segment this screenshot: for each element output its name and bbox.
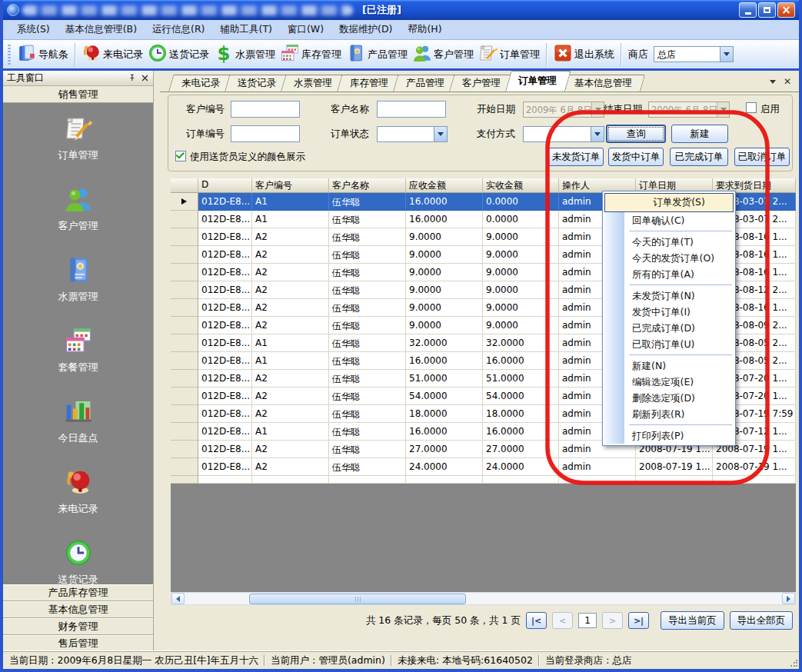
toolbar-button-customer-mgmt[interactable]: 客户管理 (410, 42, 476, 67)
toolbar-button-product-mgmt[interactable]: 产品管理 (344, 42, 410, 67)
status-filter-button-4[interactable]: 已取消订单 (734, 148, 790, 166)
sidebar-item-today-inventory[interactable]: 今日盘点 (58, 397, 98, 445)
export-current-page-button[interactable]: 导出当前页 (661, 611, 724, 630)
table-header-cell[interactable]: 客户编号 (252, 178, 329, 193)
menubar-item[interactable]: 辅助工具(T) (213, 21, 280, 38)
toolbar-button-delivery-records[interactable]: 送货记录 (145, 42, 211, 67)
tab-6[interactable]: 客户管理 (449, 75, 509, 91)
menubar-item[interactable]: 窗口(W) (280, 21, 331, 38)
table-header-cell[interactable]: D (198, 178, 252, 193)
table-header-cell[interactable]: 客户名称 (329, 178, 406, 193)
last-page-button[interactable]: >| (628, 612, 649, 629)
scrollbar-thumb[interactable] (249, 594, 466, 604)
start-date-dropdown[interactable] (591, 102, 604, 117)
context-menu-item[interactable]: 已完成订单(D) (604, 320, 734, 336)
row-selector-cell[interactable] (171, 246, 198, 264)
order-code-input[interactable] (231, 125, 300, 142)
sidebar-item-order-mgmt[interactable]: 订单管理 (58, 114, 98, 162)
table-header-cell[interactable]: 应收金额 (406, 178, 483, 193)
next-page-button[interactable]: > (602, 612, 623, 629)
status-filter-button-2[interactable]: 发货中订单 (608, 148, 664, 166)
context-menu-item[interactable]: 回单确认(C) (604, 212, 734, 228)
context-menu-item[interactable]: 打印列表(P) (604, 427, 734, 444)
sidebar-item-delivery-records[interactable]: 送货记录 (58, 538, 98, 584)
row-selector-cell[interactable] (171, 423, 198, 441)
tab-2[interactable]: 送货记录 (225, 75, 285, 91)
toolbar-button-navigation-bar[interactable]: 导航条 (15, 42, 71, 67)
sidebar-section-sales[interactable]: 销售管理 (3, 86, 153, 103)
tab-5[interactable]: 产品管理 (393, 75, 453, 91)
menubar-item[interactable]: 数据维护(D) (331, 21, 400, 38)
resize-grip[interactable] (790, 660, 797, 667)
sidebar-splitter[interactable] (154, 71, 160, 652)
sidebar-section-item[interactable]: 售后管理 (3, 635, 153, 652)
status-filter-button-1[interactable]: 未发货订单 (548, 148, 604, 166)
order-status-dropdown[interactable] (434, 127, 447, 141)
page-number-input[interactable]: 1 (578, 613, 597, 628)
order-status-combobox[interactable] (377, 126, 448, 142)
end-date-picker[interactable]: 2009年 6月 8日 (648, 101, 730, 118)
row-selector-cell[interactable] (171, 281, 198, 299)
context-menu-item[interactable]: 未发货订单(N) (604, 288, 734, 304)
context-menu-item[interactable]: 订单发货(S) (604, 193, 734, 212)
tab-1[interactable]: 来电记录 (168, 75, 228, 91)
customer-name-input[interactable] (377, 101, 446, 118)
end-date-dropdown[interactable] (717, 102, 729, 117)
customer-code-input[interactable] (231, 101, 300, 118)
scroll-right-button[interactable] (782, 593, 795, 604)
row-selector-cell[interactable] (171, 264, 198, 281)
pay-method-dropdown[interactable] (591, 127, 604, 141)
status-filter-button-3[interactable]: 已完成订单 (670, 148, 728, 166)
tab-list-chevron-down-icon[interactable] (770, 80, 776, 84)
menubar-item[interactable]: 系统(S) (9, 21, 58, 38)
sidebar-item-customer-mgmt[interactable]: 客户管理 (58, 185, 98, 233)
context-menu-item[interactable]: 已取消订单(U) (604, 336, 734, 352)
close-button[interactable]: × (777, 2, 795, 18)
row-selector-cell[interactable] (171, 211, 198, 228)
tab-close-icon[interactable]: ✕ (784, 78, 791, 85)
row-selector-cell[interactable] (171, 299, 198, 317)
row-selector-cell[interactable] (171, 228, 198, 246)
new-button[interactable]: 新建 (671, 125, 728, 143)
tab-7[interactable]: 订单管理 (505, 71, 565, 91)
export-all-pages-button[interactable]: 导出全部页 (730, 611, 794, 630)
maximize-button[interactable] (758, 2, 776, 18)
row-selector-cell[interactable] (171, 317, 198, 334)
start-date-picker[interactable]: 2009年 6月 8日 (523, 101, 604, 118)
row-selector-cell[interactable] (171, 193, 198, 211)
toolbar-button-inventory-mgmt[interactable]: 库存管理 (278, 42, 344, 67)
minimize-button[interactable] (739, 2, 757, 18)
row-selector-cell[interactable] (171, 441, 198, 458)
context-menu-item[interactable]: 发货中订单(I) (604, 304, 734, 320)
context-menu-item[interactable]: 删除选定项(D) (604, 390, 734, 406)
tab-3[interactable]: 水票管理 (281, 75, 341, 91)
shop-combobox[interactable]: 总店 (654, 46, 734, 62)
sidebar-section-item[interactable]: 基本信息管理 (3, 601, 153, 618)
tab-8[interactable]: 基本信息管理 (561, 75, 641, 91)
context-menu-item[interactable]: 今天的发货订单(O) (604, 250, 734, 266)
context-menu-item[interactable]: 编辑选定项(E) (604, 374, 734, 390)
toolbar-button-order-mgmt[interactable]: 订单管理 (476, 42, 542, 67)
sidebar-item-water-ticket-mgmt[interactable]: 水票管理 (58, 255, 98, 304)
toolbar-button-call-records[interactable]: 来电记录 (79, 42, 145, 67)
scroll-left-button[interactable] (171, 593, 185, 604)
enable-checkbox[interactable] (746, 102, 757, 113)
menubar-item[interactable]: 帮助(H) (400, 21, 449, 38)
delivery-color-checkbox[interactable] (175, 151, 186, 161)
row-selector-cell[interactable] (171, 388, 198, 405)
first-page-button[interactable]: |< (526, 612, 547, 629)
query-button[interactable]: 查询 (606, 125, 666, 143)
context-menu-item[interactable]: 新建(N) (604, 358, 734, 374)
pay-method-combobox[interactable] (523, 126, 604, 142)
toolbar-button-water-ticket-mgmt[interactable]: 水票管理 (211, 42, 278, 67)
sidebar-item-call-records[interactable]: 来电记录 (58, 467, 98, 516)
menubar-item[interactable]: 基本信息管理(B) (58, 21, 145, 38)
prev-page-button[interactable]: < (552, 612, 573, 629)
row-selector-cell[interactable] (171, 458, 198, 476)
pin-icon[interactable] (128, 74, 136, 82)
row-selector-cell[interactable] (171, 405, 198, 423)
row-selector-cell[interactable] (171, 370, 198, 388)
tab-4[interactable]: 库存管理 (337, 75, 397, 91)
sidebar-section-item[interactable]: 财务管理 (3, 618, 153, 635)
toolbar-button-exit-system[interactable]: 退出系统 (551, 42, 617, 67)
